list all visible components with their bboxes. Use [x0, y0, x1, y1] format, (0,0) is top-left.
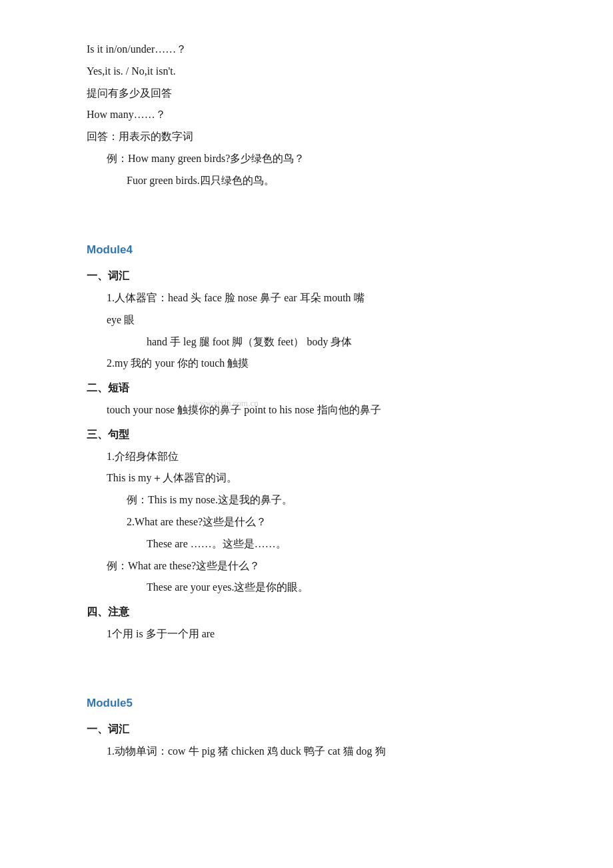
module4-sentence-item-5: These are ……。这些是……。 [107, 535, 546, 554]
module4-body-parts-2: hand 手 leg 腿 foot 脚（复数 feet） body 身体 [107, 333, 546, 352]
module4-phrase-item-1: touch your nose 触摸你的鼻子 point to his nose… [87, 401, 546, 420]
module5-title: Module5 [87, 693, 546, 714]
module4-phrase-container: touch your nose 触摸你的鼻子 point to his nose… [87, 401, 546, 420]
module4-body-parts: 1.人体器官：head 头 face 脸 nose 鼻子 ear 耳朵 mout… [107, 289, 546, 308]
module5-vocab-items: 1.动物单词：cow 牛 pig 猪 chicken 鸡 duck 鸭子 cat… [87, 742, 546, 761]
module4-vocab-heading: 一、词汇 [87, 267, 546, 286]
module4-phrase-heading: 二、短语 [87, 379, 546, 398]
module4-note-item-1: 1个用 is 多于一个用 are [107, 625, 546, 644]
module4-note-items: 1个用 is 多于一个用 are [87, 625, 546, 644]
module4-section: Module4 一、词汇 1.人体器官：head 头 face 脸 nose 鼻… [87, 240, 546, 644]
intro-line-7: Fuor green birds.四只绿色的鸟。 [87, 171, 546, 191]
module5-section: Module5 一、词汇 1.动物单词：cow 牛 pig 猪 chicken … [87, 693, 546, 761]
intro-line-4: How many……？ [87, 105, 546, 125]
module4-sentence-item-1: 1.介绍身体部位 [107, 447, 546, 467]
module4-sentence-items: 1.介绍身体部位 This is my＋人体器官的词。 例：This is my… [87, 447, 546, 598]
intro-line-2: Yes,it is. / No,it isn't. [87, 62, 546, 81]
module4-sentence-item-3: 例：This is my nose.这是我的鼻子。 [107, 491, 546, 510]
module4-sentence-item-4: 2.What are these?这些是什么？ [107, 513, 546, 532]
module4-sentence-item-7: These are your eyes.这些是你的眼。 [107, 578, 546, 597]
module5-animal-words: 1.动物单词：cow 牛 pig 猪 chicken 鸡 duck 鸭子 cat… [107, 742, 546, 761]
intro-line-6: 例：How many green birds?多少绿色的鸟？ [87, 149, 546, 169]
module4-note-heading: 四、注意 [87, 603, 546, 622]
intro-line-1: Is it in/on/under……？ [87, 40, 546, 59]
intro-line-3: 提问有多少及回答 [87, 84, 546, 103]
module4-vocab-item-1: 1.人体器官：head 头 face 脸 nose 鼻子 ear 耳朵 mout… [87, 289, 546, 373]
module4-pronouns: 2.my 我的 your 你的 touch 触摸 [107, 354, 546, 373]
module4-eye: eye 眼 [107, 311, 546, 330]
intro-line-5: 回答：用表示的数字词 [87, 127, 546, 147]
intro-section: Is it in/on/under……？ Yes,it is. / No,it … [87, 40, 546, 191]
module5-vocab-heading: 一、词汇 [87, 720, 546, 739]
module4-sentence-item-2: This is my＋人体器官的词。 [107, 469, 546, 488]
module4-title: Module4 [87, 240, 546, 261]
module4-sentence-item-6: 例：What are these?这些是什么？ [107, 557, 546, 576]
module4-sentence-heading: 三、句型 [87, 425, 546, 445]
